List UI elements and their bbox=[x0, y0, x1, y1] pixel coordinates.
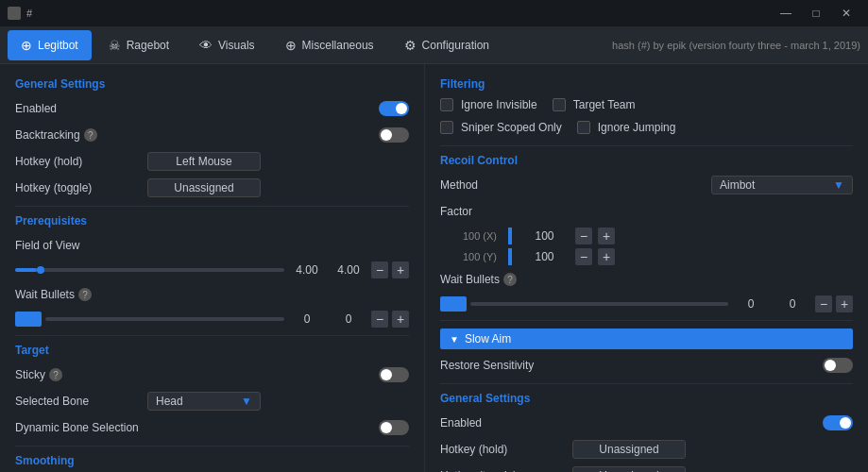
fov-slider-row: 4.00 4.00 − + bbox=[15, 261, 409, 278]
factor-x-increment[interactable]: + bbox=[598, 228, 615, 244]
enabled-toggle[interactable] bbox=[379, 101, 409, 116]
selected-bone-row: Selected Bone Head ▼ bbox=[15, 391, 409, 412]
restore-sensitivity-label: Restore Sensitivity bbox=[440, 359, 572, 372]
gs2-hotkey-toggle-row: Hotkey (toggle) Unassigned bbox=[440, 465, 853, 472]
hotkey-toggle-row: Hotkey (toggle) Unassigned bbox=[15, 177, 409, 198]
tab-visuals[interactable]: 👁 Visuals bbox=[186, 30, 267, 60]
enabled-row: Enabled bbox=[15, 98, 409, 119]
sticky-label: Sticky ? bbox=[15, 368, 147, 381]
tab-miscellaneous[interactable]: ⊕ Miscellaneous bbox=[272, 30, 387, 60]
main-content: General Settings Enabled Backtracking ? … bbox=[0, 64, 868, 472]
wait-bullets-value2: 0 bbox=[330, 312, 367, 326]
target-team-checkbox[interactable] bbox=[553, 98, 566, 111]
gs2-enabled-toggle[interactable] bbox=[823, 415, 853, 430]
ignore-jumping-checkbox[interactable] bbox=[577, 121, 590, 134]
recoil-wait-track[interactable] bbox=[470, 302, 728, 306]
filtering-title: Filtering bbox=[440, 77, 853, 91]
fov-increment[interactable]: + bbox=[392, 261, 409, 278]
factor-y-increment[interactable]: + bbox=[598, 248, 615, 265]
target-team-row: Target Team bbox=[553, 98, 636, 111]
dynamic-bone-row: Dynamic Bone Selection bbox=[15, 417, 409, 438]
recoil-factor-label: Factor bbox=[440, 205, 572, 218]
gs2-enabled-label: Enabled bbox=[440, 416, 572, 430]
factor-y-decrement[interactable]: − bbox=[575, 248, 592, 265]
sniper-scoped-checkbox[interactable] bbox=[440, 121, 453, 134]
slow-aim-title: Slow Aim bbox=[465, 332, 511, 346]
ignore-invisible-row: Ignore Invisible bbox=[440, 98, 537, 111]
wait-bullets-decrement[interactable]: − bbox=[371, 311, 388, 328]
fov-slider[interactable] bbox=[15, 268, 284, 272]
smoothing-title: Smoothing bbox=[15, 454, 409, 467]
sticky-help-icon[interactable]: ? bbox=[49, 368, 62, 381]
backtracking-row: Backtracking ? bbox=[15, 125, 409, 145]
selected-bone-dropdown[interactable]: Head ▼ bbox=[147, 392, 261, 411]
minimize-button[interactable]: — bbox=[772, 4, 800, 23]
navbar: ⊕ Legitbot ☠ Ragebot 👁 Visuals ⊕ Miscell… bbox=[0, 26, 868, 64]
gs2-hotkey-hold-value[interactable]: Unassigned bbox=[572, 440, 686, 459]
wait-bullets-label-row: Wait Bullets ? bbox=[15, 284, 409, 305]
gs2-hotkey-hold-label: Hotkey (hold) bbox=[440, 443, 572, 456]
dynamic-bone-label: Dynamic Bone Selection bbox=[15, 421, 147, 434]
legitbot-icon: ⊕ bbox=[21, 38, 32, 53]
recoil-wait-decrement[interactable]: − bbox=[815, 295, 832, 312]
factor-y-row: 100 (Y) 100 − + bbox=[440, 248, 853, 265]
recoil-method-dropdown[interactable]: Aimbot ▼ bbox=[711, 176, 853, 194]
restore-sensitivity-row: Restore Sensitivity bbox=[440, 355, 853, 376]
hotkey-hold-value[interactable]: Left Mouse bbox=[147, 152, 261, 171]
fov-decrement[interactable]: − bbox=[371, 261, 388, 278]
visuals-icon: 👁 bbox=[199, 38, 213, 53]
restore-sensitivity-toggle[interactable] bbox=[823, 358, 853, 373]
recoil-wait-v1: 0 bbox=[732, 297, 770, 311]
prerequisites-title: Prerequisites bbox=[15, 214, 409, 228]
general-settings-title: General Settings bbox=[15, 77, 409, 91]
tab-config-label: Configuration bbox=[422, 39, 489, 52]
factor-x-decrement[interactable]: − bbox=[575, 228, 592, 244]
ignore-jumping-row: Ignore Jumping bbox=[577, 121, 676, 134]
recoil-wait-help-icon[interactable]: ? bbox=[503, 273, 517, 286]
ignore-invisible-checkbox[interactable] bbox=[440, 98, 453, 111]
ignore-invisible-label: Ignore Invisible bbox=[461, 98, 537, 111]
misc-icon: ⊕ bbox=[285, 38, 297, 53]
right-panel: Filtering Ignore Invisible Target Team S… bbox=[425, 64, 868, 472]
general-settings2-title: General Settings bbox=[440, 392, 853, 405]
recoil-wait-increment[interactable]: + bbox=[836, 295, 853, 312]
fov-value1: 4.00 bbox=[288, 263, 326, 277]
recoil-method-label: Method bbox=[440, 178, 572, 192]
factor-y-label: 100 (Y) bbox=[440, 251, 497, 262]
recoil-wait-slider-row: 0 0 − + bbox=[440, 295, 853, 312]
divider-r1 bbox=[440, 145, 853, 146]
wait-bullets-help-icon[interactable]: ? bbox=[78, 288, 92, 301]
gs2-hotkey-toggle-value[interactable]: Unassigned bbox=[572, 466, 686, 472]
hotkey-hold-label: Hotkey (hold) bbox=[15, 155, 147, 168]
dynamic-bone-toggle[interactable] bbox=[379, 420, 409, 435]
backtracking-label: Backtracking ? bbox=[15, 128, 147, 142]
wait-bullets-indicator bbox=[15, 312, 42, 327]
sniper-scoped-label: Sniper Scoped Only bbox=[461, 121, 562, 134]
tab-misc-label: Miscellaneous bbox=[302, 39, 374, 52]
recoil-method-row: Method Aimbot ▼ bbox=[440, 175, 853, 195]
recoil-wait-v2: 0 bbox=[774, 297, 811, 311]
maximize-button[interactable]: □ bbox=[802, 4, 830, 23]
factor-y-bar bbox=[508, 248, 512, 265]
gs2-enabled-row: Enabled bbox=[440, 413, 853, 433]
wait-bullets-slider[interactable] bbox=[45, 317, 284, 321]
wait-bullets-increment[interactable]: + bbox=[392, 311, 409, 328]
left-panel: General Settings Enabled Backtracking ? … bbox=[0, 64, 425, 472]
recoil-factor-label-row: Factor bbox=[440, 201, 853, 222]
recoil-dropdown-arrow: ▼ bbox=[833, 178, 844, 192]
divider-1 bbox=[15, 206, 409, 207]
tab-ragebot[interactable]: ☠ Ragebot bbox=[95, 30, 182, 60]
factor-x-label: 100 (X) bbox=[440, 230, 497, 242]
hotkey-toggle-value[interactable]: Unassigned bbox=[147, 178, 261, 197]
slow-aim-header[interactable]: ▼ Slow Aim bbox=[440, 329, 853, 349]
wait-bullets-value1: 0 bbox=[288, 312, 326, 326]
tab-legitbot[interactable]: ⊕ Legitbot bbox=[8, 30, 92, 60]
sticky-toggle[interactable] bbox=[379, 367, 409, 382]
selected-bone-value: Head bbox=[156, 395, 183, 408]
close-button[interactable]: ✕ bbox=[832, 4, 860, 23]
tab-configuration[interactable]: ⚙ Configuration bbox=[391, 30, 502, 60]
backtracking-toggle[interactable] bbox=[379, 127, 409, 143]
backtracking-help-icon[interactable]: ? bbox=[84, 128, 97, 142]
enabled-label: Enabled bbox=[15, 102, 147, 115]
bone-dropdown-arrow: ▼ bbox=[241, 395, 252, 408]
